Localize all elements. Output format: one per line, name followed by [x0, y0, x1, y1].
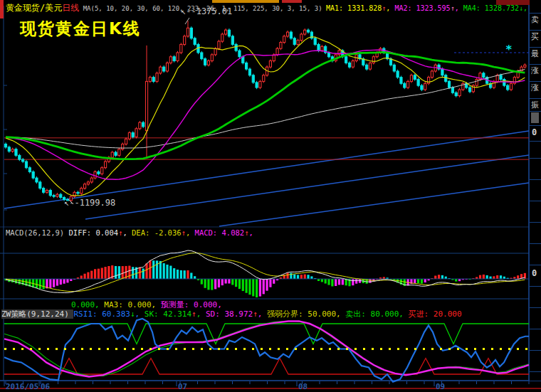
sidebar-separator	[530, 371, 541, 372]
sidebar-separator	[530, 141, 541, 142]
text-run: ,	[122, 228, 132, 237]
text-run: ↑	[253, 309, 258, 319]
sidebar-quote-label: 涨	[531, 66, 541, 75]
sidebar-separator	[530, 111, 541, 112]
text-run: 卖出: 80.000,	[345, 309, 408, 319]
chart-canvas[interactable]	[0, 0, 541, 392]
text-run: ↓	[130, 309, 135, 319]
text-run: ↑	[191, 309, 196, 319]
text-run: 买进: 20.000	[409, 309, 462, 319]
text-run: ,	[248, 228, 253, 237]
sidebar-quote-label: 最	[531, 49, 541, 58]
title-strip-segment	[0, 0, 4, 18]
text-run: 日线	[62, 3, 79, 13]
sidebar-separator	[530, 81, 541, 82]
text-run: ,	[386, 4, 394, 12]
sidebar-separator	[530, 286, 541, 287]
text-run: MACD: 4.082	[195, 228, 245, 237]
price-annotation-high: ↖--1375.01	[181, 6, 232, 16]
text-run: RSI1: 60.383	[73, 309, 130, 319]
axis-zero-label: 0	[532, 268, 537, 278]
candles-layer	[4, 21, 526, 202]
sidebar-separator	[530, 30, 541, 31]
sidebar-separator	[530, 201, 541, 201]
sidebar-separator	[530, 350, 541, 351]
text-run: ,	[196, 309, 206, 319]
sidebar-separator	[530, 47, 541, 48]
text-run: ,	[186, 228, 195, 237]
dea-line	[6, 253, 525, 292]
text-run: 强弱分界: 50.000,	[267, 309, 345, 319]
sidebar-separator	[530, 13, 541, 14]
sidebar-quote-label: 涨	[531, 83, 541, 92]
diff-line	[6, 250, 525, 292]
main-chart-header: 黄金现货/美元日线 MA(5, 10, 20, 30, 60, 120, 233…	[6, 2, 530, 14]
axis-zero-label: 0	[532, 127, 537, 137]
text-run: DEA: -2.036	[132, 228, 182, 237]
text-run: MACD(26,12,9)	[6, 228, 69, 237]
text-run: 黄金现货/美元	[6, 3, 62, 13]
sidebar-separator	[530, 307, 541, 308]
x-axis-tick-label: 2016/05	[6, 382, 38, 391]
sidebar-quote-label: 振	[531, 100, 541, 110]
text-run: MA2: 1323.595	[394, 4, 450, 12]
text-run: ,	[523, 4, 530, 12]
chart-watermark: 现货黄金日K线	[20, 18, 141, 40]
sidebar-separator	[530, 222, 541, 223]
zw-header-line2: ZW策略(9,12,24) RSI1: 60.383↓, SK: 42.314↑…	[1, 309, 462, 319]
text-run: SD: 38.972	[206, 309, 253, 319]
buy-level-line	[4, 359, 529, 374]
text-run: ,	[258, 309, 267, 319]
text-run: DIFF: 0.004	[69, 228, 119, 237]
rsi1-line	[4, 319, 529, 382]
sidebar-separator	[530, 329, 541, 329]
text-run: MA1: 1331.828	[326, 4, 382, 12]
x-axis-tick-label: 09	[436, 382, 445, 391]
sidebar-separator	[530, 265, 541, 265]
x-axis-tick-label: 06	[41, 382, 50, 391]
sidebar-separator	[530, 243, 541, 244]
text-run: SK: 42.314	[145, 309, 191, 319]
price-annotation-low: ↖--1199.98	[64, 198, 115, 208]
x-axis-tick-label: 07	[178, 382, 187, 391]
sidebar-quote-label: 买	[531, 32, 541, 41]
sidebar-separator	[530, 98, 541, 99]
sidebar-separator	[530, 179, 541, 180]
sidebar-separator	[530, 125, 541, 126]
ma-line-10	[6, 37, 525, 196]
trading-terminal: 黄金现货/美元日线 MA(5, 10, 20, 30, 60, 120, 233…	[0, 0, 541, 392]
latest-bar-marker: *	[505, 43, 513, 56]
sidebar-scroll-thumb[interactable]	[531, 112, 539, 123]
text-run: ZW策略(9,12,24)	[1, 309, 73, 319]
sidebar-separator	[530, 158, 541, 159]
x-axis-tick-label: 08	[298, 382, 308, 391]
text-run: ,	[135, 309, 145, 319]
sidebar-separator	[530, 64, 541, 65]
text-run: MA4: 1328.732	[463, 4, 519, 12]
sidebar-quote-label: 卖	[531, 15, 541, 24]
text-run: ,	[455, 4, 463, 12]
macd-header: MACD(26,12,9) DIFF: 0.004↑, DEA: -2.036↑…	[6, 228, 253, 237]
quote-sidebar[interactable]: 卖买最涨涨振00	[530, 0, 541, 381]
